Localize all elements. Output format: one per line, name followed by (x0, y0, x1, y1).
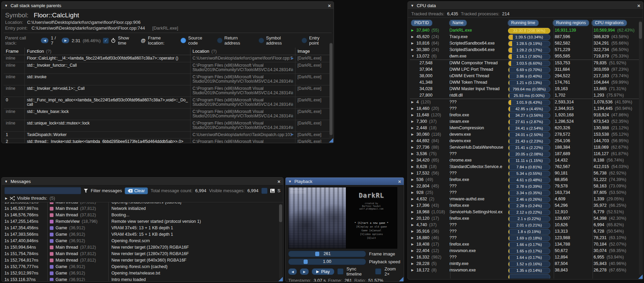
cpu-row[interactable]: ▶4(120)???1:01.9 (6.43%)2,593,3141,078,5… (410, 99, 641, 105)
cpu-row[interactable]: ▶18,968(1,018)ServiceHub.SettingsHost.ex… (410, 209, 641, 215)
expand-icon[interactable]: ▶ (411, 138, 414, 144)
frame-location-radio[interactable]: Source code (181, 35, 213, 46)
expand-icon[interactable]: ▶ (411, 215, 414, 222)
cpu-row[interactable]: ▶7,300(37)steam.exe27.61 s (2.87%)1,286,… (410, 118, 641, 125)
cpu-row[interactable]: 37,904DWM LPC Port Thread6.69 s (0.70%)3… (410, 66, 641, 73)
callstack-row[interactable]: 0std::_Func_impl_no_alloc<<lambda_5bc224… (4, 97, 332, 108)
play-button[interactable]: ▶ Play (312, 268, 334, 275)
message-row[interactable]: 1s 147,383,566nsGame(36,912)VRAM 43x45: … (2, 231, 283, 238)
message-row[interactable]: 1s 145,557,997nsMain thread(37,812)Netwo… (2, 205, 283, 212)
expand-icon[interactable]: ▶ (411, 241, 414, 248)
clear-button[interactable]: Clear (125, 187, 148, 194)
messages-scrollbar[interactable] (279, 204, 282, 279)
frame-location-radio[interactable]: Return address (217, 35, 255, 46)
goto-source-icon[interactable]: ▶ (291, 133, 294, 137)
message-row[interactable]: 1s 150,994,64nsMain thread(37,812)New re… (2, 244, 283, 251)
prev-frame-button[interactable]: ◀ (288, 268, 297, 275)
help-hint[interactable]: (?) (211, 49, 217, 54)
callstack-row[interactable]: 1TaskDispatch::WorkerC:\Users\wolf\Deskt… (4, 131, 332, 138)
expand-icon[interactable]: ▶ (411, 222, 414, 228)
cpu-row[interactable]: ▶22,804(45)???3.78 s (0.39%)79,57858,163… (410, 183, 641, 189)
sort-cpu-migrations-button[interactable]: CPU migrations (592, 20, 627, 26)
sort-running-regions-button[interactable]: Running regions (553, 20, 589, 26)
next-parent-button[interactable]: ▶ (62, 38, 69, 43)
expand-icon[interactable]: ▶ (411, 112, 414, 118)
show-images-checkbox[interactable] (261, 188, 267, 194)
help-hint[interactable]: (?) (46, 49, 51, 54)
cpu-row[interactable]: ▶17,532(56)???5.34 s (0.55%)90,18156,738… (410, 170, 641, 177)
sort-name-button[interactable]: Name (449, 20, 467, 26)
expand-icon[interactable]: ▶ (411, 196, 414, 202)
resize-grip[interactable] (329, 138, 333, 143)
show-time-checkbox[interactable]: ✓ (103, 38, 109, 44)
expand-icon[interactable]: ▶ (411, 170, 414, 177)
expand-icon[interactable]: ▶ (411, 151, 414, 157)
cpu-titlebar[interactable]: ▼ CPU data × (408, 2, 643, 10)
close-icon[interactable]: × (637, 3, 640, 8)
cpu-row[interactable]: ▶35,916(36)???1.8 s (0.19%)13,3136,728(5… (410, 228, 641, 235)
callstack-row[interactable]: inlinestd::invokeC:\Program Files (x86)\… (4, 73, 332, 85)
playback-speed-slider[interactable]: 1.00 (288, 259, 366, 265)
resize-grip[interactable] (638, 274, 643, 279)
cpu-row[interactable]: ▶18,408(17)firefox.exe1.66 s (0.17%)134,… (410, 241, 641, 248)
expand-icon[interactable]: ▶ (411, 131, 414, 138)
message-row[interactable]: 1s 146,576,766nsMain thread(37,812)Booti… (2, 212, 283, 218)
scrollbar-thumb[interactable] (329, 43, 333, 135)
frame-location-radio[interactable]: Entry point (302, 35, 330, 46)
scrollbar-thumb[interactable] (639, 22, 642, 39)
callstack-row[interactable]: inlinestd::_Mutex_base::lockC:\Program F… (4, 108, 332, 120)
expand-icon[interactable]: ▶ (411, 157, 414, 164)
cpu-row[interactable]: ▶17,396(43)firefox.exe2.28 s (0.24%)54,2… (410, 202, 641, 209)
message-row[interactable]: 1s 152,912,997nsGame(36,912)Opening /met… (2, 270, 283, 277)
close-icon[interactable]: × (328, 3, 331, 8)
cpu-row[interactable]: ▶928(25)???3.34 s (0.35%)163,73487,605(5… (410, 189, 641, 196)
filter-input[interactable] (4, 187, 81, 194)
cpu-row[interactable]: ▶10,816(64)ScriptedSandbox64.exe1:28.5 (… (410, 40, 641, 47)
expand-icon[interactable]: ▶ (411, 202, 414, 209)
cpu-row[interactable]: 34,028DWM Master Input Thread799.64 ms (… (410, 86, 641, 92)
cpu-row[interactable]: ▶27,736(88)ServiceHub.DataWarehouse21.41… (410, 144, 641, 151)
expand-icon[interactable]: ▶ (411, 40, 414, 47)
cpu-row[interactable]: ▶18,172(8)msvsmon.exe1.35 s (0.14%)38,84… (410, 267, 641, 273)
expand-icon[interactable]: ▶ (411, 235, 414, 241)
expand-icon[interactable]: ▶ (5, 197, 7, 200)
collapse-icon[interactable]: ▼ (411, 4, 414, 7)
resize-grip[interactable] (278, 277, 283, 281)
cpu-row[interactable]: ▶4,740(37)???2.01 s (0.21%)10,6266,994(6… (410, 222, 641, 228)
cpu-row[interactable]: ▶11,648(120)firefox.exe34.27 s (3.56%)1,… (410, 112, 641, 118)
close-icon[interactable]: × (398, 179, 401, 184)
messages-titlebar[interactable]: ▼ Messages × (2, 178, 283, 185)
cpu-row[interactable]: ▶18,460(20)???42.85 s (4.45%)2,344,9151,… (410, 105, 641, 112)
callstack-row[interactable]: inlinestd::_Invoker_ret<void,1>::_CallC:… (4, 85, 332, 97)
expand-icon[interactable]: ▼ (411, 53, 414, 60)
message-row[interactable]: 1s 153,116,37nsGame(36,912)Intro menu lo… (2, 277, 283, 281)
cpu-row[interactable]: ▶45,620(24)Tracy.exe1:39.5 (10.34%)887,5… (410, 34, 641, 40)
prev-parent-button[interactable]: ◀ (41, 38, 48, 43)
expand-icon[interactable]: ▶ (411, 177, 414, 183)
expand-icon[interactable]: ▶ (411, 34, 414, 40)
expand-icon[interactable]: ▶ (411, 261, 414, 267)
message-row[interactable]: 1s 120,333,272nsMain thread(37,812)Openi… (2, 202, 283, 205)
expand-icon[interactable]: ▶ (411, 209, 414, 215)
expand-icon[interactable]: ▶ (411, 105, 414, 112)
resize-grip[interactable] (399, 277, 403, 281)
callstack-row[interactable]: inlineFloor::CalcLight::__l4::<lambda_5b… (4, 55, 332, 62)
message-row[interactable]: 1s 152,776,777nsGame(36,912)Opening /for… (2, 264, 283, 270)
cpu-row[interactable]: ▶20,120(17)firefox.exe2.1 s (0.22%)128,6… (410, 215, 641, 222)
expand-icon[interactable]: ▶ (411, 183, 414, 189)
cpu-row[interactable] (410, 273, 641, 279)
collapse-icon[interactable]: ▼ (4, 180, 8, 183)
expand-icon[interactable]: ▶ (411, 248, 414, 254)
visible-threads-row[interactable]: ▶ Visible threads: (5) (2, 196, 283, 202)
cpu-row[interactable]: 41,348DWM Token Thread1.21 s (0.13%)174,… (410, 79, 641, 86)
cpu-row[interactable]: 27,548DWM Compositor Thread1:03.5 (6.60%… (410, 60, 641, 66)
callstack-row[interactable]: inlinestd::_Invoker_functor::_CallC:\Pro… (4, 62, 332, 73)
expand-icon[interactable]: ▶ (411, 164, 414, 170)
expand-icon[interactable]: ▶ (411, 228, 414, 235)
cpu-row[interactable]: ▶3,536(75)???20.05 s (2.08%)187,689116,1… (410, 151, 641, 157)
playback-titlebar[interactable]: ▼ Playback × (286, 178, 404, 185)
cpu-row[interactable]: ▶4,632(2)vmware-authd.exe2.46 s (0.26%)4… (410, 196, 641, 202)
callstack-row[interactable]: 2std::thread::_Invoke<std::tuple<<lambda… (4, 138, 332, 143)
collapse-icon[interactable]: ▼ (4, 4, 8, 7)
close-icon[interactable]: × (277, 179, 280, 184)
